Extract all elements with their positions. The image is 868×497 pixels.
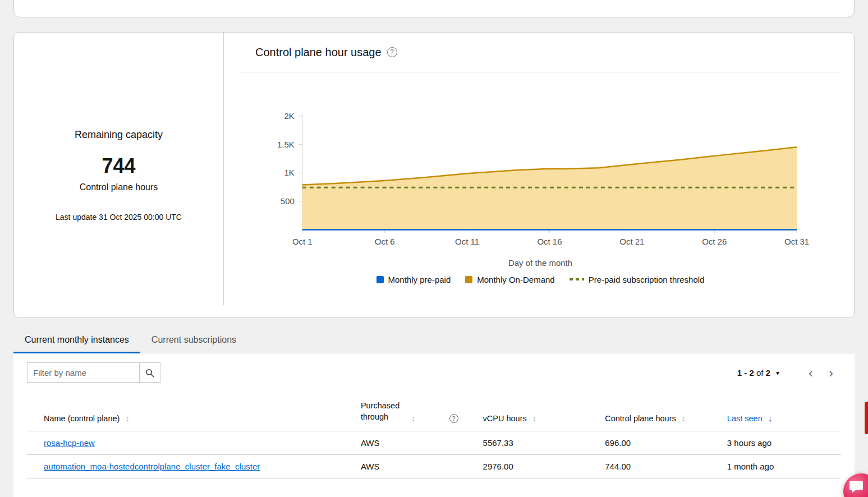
legend-label: Monthly pre-paid — [388, 275, 451, 284]
instances-tab-content: 1 - 2 of 2 ▾ ‹ › Name (control plane)↕ P — [13, 353, 855, 497]
help-icon[interactable]: ? — [387, 47, 397, 57]
usage-chart: 5001K1.5K2KOct 1Oct 6Oct 11Oct 16Oct 21O… — [240, 107, 841, 254]
legend-label: Monthly On-Demand — [477, 275, 554, 284]
pagination: 1 - 2 of 2 ▾ ‹ › — [737, 364, 841, 382]
column-header-last-seen[interactable]: Last seen↓ — [727, 392, 841, 431]
svg-text:500: 500 — [281, 196, 295, 206]
tab-bar: Current monthly instances Current subscr… — [13, 328, 855, 353]
usage-card: Remaining capacity 744 Control plane hou… — [13, 32, 855, 318]
sort-desc-icon[interactable]: ↓ — [768, 413, 773, 423]
legend-item-prepaid: Monthly pre-paid — [376, 275, 451, 284]
svg-text:Oct 6: Oct 6 — [375, 237, 395, 246]
previous-card-divider — [232, 1, 232, 4]
previous-page-button[interactable]: ‹ — [801, 364, 821, 382]
next-page-button[interactable]: › — [821, 364, 841, 382]
column-header-control-plane-hours[interactable]: Control plane hours↕ — [605, 392, 727, 431]
cell-purchased-through: AWS — [361, 454, 483, 478]
chat-bubble-icon — [849, 480, 864, 494]
column-label: Control plane hours — [605, 414, 676, 423]
sort-icon[interactable]: ↕ — [411, 414, 415, 423]
remaining-capacity-panel: Remaining capacity 744 Control plane hou… — [14, 33, 223, 317]
column-header-vcpu-hours[interactable]: vCPU hours↕ — [483, 392, 605, 431]
filter-input-group — [27, 362, 160, 383]
cell-vcpu-hours: 5567.33 — [483, 431, 605, 454]
svg-text:Oct 1: Oct 1 — [292, 237, 313, 246]
usage-chart-header: Control plane hour usage ? — [240, 33, 841, 72]
column-header-name[interactable]: Name (control plane)↕ — [27, 392, 361, 431]
remaining-capacity-title: Remaining capacity — [75, 129, 163, 141]
cell-control-plane-hours: 744.00 — [605, 454, 727, 478]
tab-label: Current subscriptions — [151, 335, 236, 345]
column-label: vCPU hours — [483, 414, 527, 423]
column-label: Purchased through — [361, 400, 406, 423]
svg-text:Oct 31: Oct 31 — [784, 237, 809, 246]
search-button[interactable] — [139, 362, 160, 383]
cell-control-plane-hours: 696.00 — [605, 431, 727, 454]
previous-card-bottom — [13, 0, 855, 17]
cell-last-seen: 1 month ago — [727, 454, 841, 478]
svg-text:1K: 1K — [284, 168, 295, 177]
table-toolbar: 1 - 2 of 2 ▾ ‹ › — [13, 353, 855, 392]
page: { "colors": { "link": "#0066cc", "prepai… — [0, 0, 868, 497]
chart-x-axis-label: Day of the month — [240, 258, 841, 268]
svg-text:Oct 16: Oct 16 — [537, 237, 562, 246]
cell-vcpu-hours: 2976.00 — [483, 454, 605, 478]
svg-text:Oct 26: Oct 26 — [702, 237, 727, 246]
cluster-name-link[interactable]: automation_moa-hostedcontrolplane_cluste… — [44, 462, 260, 471]
threshold-dash-icon — [570, 278, 584, 280]
purchased-through-help-icon[interactable]: ? — [449, 414, 458, 423]
usage-chart-panel: Control plane hour usage ? 5001K1.5K2KOc… — [224, 33, 854, 317]
legend-item-ondemand: Monthly On-Demand — [465, 275, 554, 284]
filter-by-name-input[interactable] — [27, 362, 139, 383]
pagination-nav: ‹ › — [801, 364, 841, 382]
svg-text:Oct 21: Oct 21 — [619, 237, 644, 246]
pagination-range-numbers: 1 - 2 — [737, 368, 754, 378]
tab-label: Current monthly instances — [25, 335, 129, 345]
tab-current-subscriptions[interactable]: Current subscriptions — [140, 328, 247, 353]
search-icon — [145, 369, 154, 378]
legend-label: Pre-paid subscription threshold — [589, 275, 705, 284]
remaining-capacity-unit: Control plane hours — [80, 182, 158, 192]
prepaid-swatch-icon — [376, 276, 384, 283]
sort-icon[interactable]: ↕ — [532, 414, 536, 423]
pagination-total: 2 — [766, 368, 770, 378]
sort-icon[interactable]: ↕ — [125, 414, 129, 423]
chart-legend: Monthly pre-paid Monthly On-Demand Pre-p… — [240, 275, 841, 284]
usage-chart-title: Control plane hour usage — [255, 46, 382, 59]
column-label: Last seen — [727, 414, 763, 423]
last-update-text: Last update 31 Oct 2025 00:00 UTC — [56, 213, 182, 222]
ondemand-swatch-icon — [465, 276, 472, 283]
svg-text:1.5K: 1.5K — [277, 140, 295, 149]
svg-text:Oct 11: Oct 11 — [455, 237, 479, 246]
pagination-range: 1 - 2 of 2 — [737, 368, 770, 378]
table-header-row: Name (control plane)↕ Purchased through↕… — [27, 392, 841, 431]
remaining-capacity-value: 744 — [102, 154, 135, 178]
cluster-name-link[interactable]: rosa-hcp-new — [44, 438, 95, 448]
cell-purchased-through: AWS — [361, 431, 483, 454]
svg-text:2K: 2K — [284, 111, 295, 121]
header-divider — [240, 72, 841, 72]
pagination-caret-down-icon[interactable]: ▾ — [776, 369, 779, 377]
table-row: automation_moa-hostedcontrolplane_cluste… — [27, 454, 841, 478]
legend-item-threshold: Pre-paid subscription threshold — [570, 275, 705, 284]
column-label: Name (control plane) — [44, 414, 120, 423]
sort-icon[interactable]: ↕ — [682, 414, 686, 423]
pagination-of-label: of — [756, 368, 764, 378]
table-row: rosa-hcp-new AWS 5567.33 696.00 3 hours … — [27, 431, 841, 454]
column-header-purchased-through[interactable]: Purchased through↕ ? — [361, 392, 483, 431]
tab-current-monthly-instances[interactable]: Current monthly instances — [13, 328, 140, 353]
feedback-tab[interactable] — [865, 402, 868, 434]
instances-table: Name (control plane)↕ Purchased through↕… — [27, 392, 841, 478]
cell-last-seen: 3 hours ago — [727, 431, 841, 454]
